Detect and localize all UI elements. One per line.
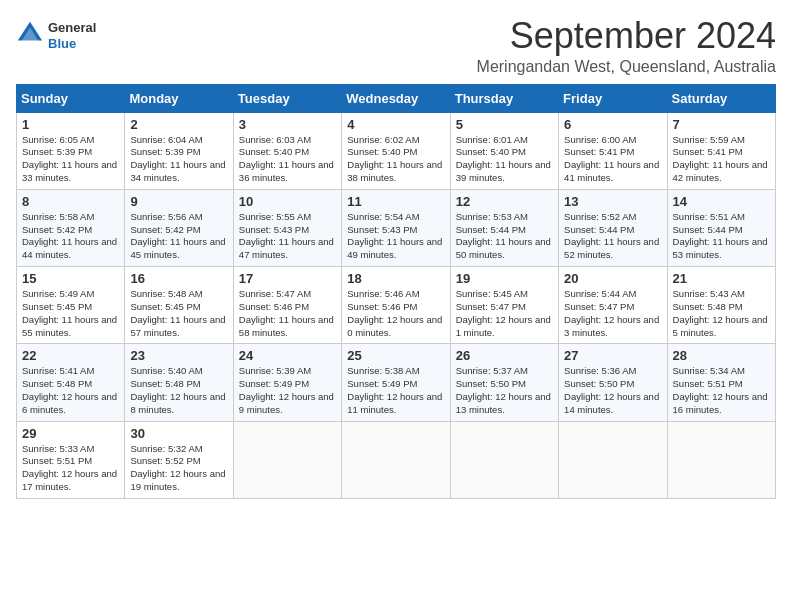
day-number: 6: [564, 117, 661, 132]
day-number: 9: [130, 194, 227, 209]
day-info: Sunrise: 5:36 AMSunset: 5:50 PMDaylight:…: [564, 365, 661, 416]
day-number: 15: [22, 271, 119, 286]
day-number: 7: [673, 117, 770, 132]
header-wednesday: Wednesday: [342, 84, 450, 112]
header-saturday: Saturday: [667, 84, 775, 112]
calendar-cell: 3Sunrise: 6:03 AMSunset: 5:40 PMDaylight…: [233, 112, 341, 189]
day-number: 3: [239, 117, 336, 132]
calendar-cell: 12Sunrise: 5:53 AMSunset: 5:44 PMDayligh…: [450, 189, 558, 266]
day-number: 24: [239, 348, 336, 363]
calendar-cell: 18Sunrise: 5:46 AMSunset: 5:46 PMDayligh…: [342, 267, 450, 344]
calendar-week-2: 8Sunrise: 5:58 AMSunset: 5:42 PMDaylight…: [17, 189, 776, 266]
day-info: Sunrise: 5:58 AMSunset: 5:42 PMDaylight:…: [22, 211, 119, 262]
header-friday: Friday: [559, 84, 667, 112]
day-info: Sunrise: 5:52 AMSunset: 5:44 PMDaylight:…: [564, 211, 661, 262]
day-number: 20: [564, 271, 661, 286]
calendar-cell: [233, 421, 341, 498]
calendar-cell: 21Sunrise: 5:43 AMSunset: 5:48 PMDayligh…: [667, 267, 775, 344]
day-number: 4: [347, 117, 444, 132]
day-number: 19: [456, 271, 553, 286]
logo-text: General Blue: [48, 20, 96, 51]
day-number: 27: [564, 348, 661, 363]
day-info: Sunrise: 5:49 AMSunset: 5:45 PMDaylight:…: [22, 288, 119, 339]
calendar-cell: 25Sunrise: 5:38 AMSunset: 5:49 PMDayligh…: [342, 344, 450, 421]
calendar-cell: 26Sunrise: 5:37 AMSunset: 5:50 PMDayligh…: [450, 344, 558, 421]
calendar-cell: 5Sunrise: 6:01 AMSunset: 5:40 PMDaylight…: [450, 112, 558, 189]
day-number: 1: [22, 117, 119, 132]
calendar-cell: 6Sunrise: 6:00 AMSunset: 5:41 PMDaylight…: [559, 112, 667, 189]
day-number: 29: [22, 426, 119, 441]
calendar-cell: 23Sunrise: 5:40 AMSunset: 5:48 PMDayligh…: [125, 344, 233, 421]
day-info: Sunrise: 5:39 AMSunset: 5:49 PMDaylight:…: [239, 365, 336, 416]
day-info: Sunrise: 5:53 AMSunset: 5:44 PMDaylight:…: [456, 211, 553, 262]
calendar-week-4: 22Sunrise: 5:41 AMSunset: 5:48 PMDayligh…: [17, 344, 776, 421]
calendar-cell: 29Sunrise: 5:33 AMSunset: 5:51 PMDayligh…: [17, 421, 125, 498]
calendar-cell: 30Sunrise: 5:32 AMSunset: 5:52 PMDayligh…: [125, 421, 233, 498]
day-number: 16: [130, 271, 227, 286]
day-info: Sunrise: 5:34 AMSunset: 5:51 PMDaylight:…: [673, 365, 770, 416]
calendar-cell: 24Sunrise: 5:39 AMSunset: 5:49 PMDayligh…: [233, 344, 341, 421]
day-info: Sunrise: 5:55 AMSunset: 5:43 PMDaylight:…: [239, 211, 336, 262]
day-number: 26: [456, 348, 553, 363]
day-number: 21: [673, 271, 770, 286]
day-number: 28: [673, 348, 770, 363]
day-number: 14: [673, 194, 770, 209]
calendar-cell: [450, 421, 558, 498]
location: Meringandan West, Queensland, Australia: [477, 58, 776, 76]
day-number: 8: [22, 194, 119, 209]
day-number: 30: [130, 426, 227, 441]
day-info: Sunrise: 6:03 AMSunset: 5:40 PMDaylight:…: [239, 134, 336, 185]
day-info: Sunrise: 5:38 AMSunset: 5:49 PMDaylight:…: [347, 365, 444, 416]
day-info: Sunrise: 6:05 AMSunset: 5:39 PMDaylight:…: [22, 134, 119, 185]
calendar: SundayMondayTuesdayWednesdayThursdayFrid…: [16, 84, 776, 499]
calendar-cell: 16Sunrise: 5:48 AMSunset: 5:45 PMDayligh…: [125, 267, 233, 344]
calendar-cell: 1Sunrise: 6:05 AMSunset: 5:39 PMDaylight…: [17, 112, 125, 189]
day-number: 13: [564, 194, 661, 209]
day-info: Sunrise: 6:04 AMSunset: 5:39 PMDaylight:…: [130, 134, 227, 185]
calendar-cell: 14Sunrise: 5:51 AMSunset: 5:44 PMDayligh…: [667, 189, 775, 266]
day-info: Sunrise: 5:45 AMSunset: 5:47 PMDaylight:…: [456, 288, 553, 339]
day-number: 5: [456, 117, 553, 132]
header-monday: Monday: [125, 84, 233, 112]
calendar-cell: 20Sunrise: 5:44 AMSunset: 5:47 PMDayligh…: [559, 267, 667, 344]
day-number: 23: [130, 348, 227, 363]
day-info: Sunrise: 5:41 AMSunset: 5:48 PMDaylight:…: [22, 365, 119, 416]
day-info: Sunrise: 5:59 AMSunset: 5:41 PMDaylight:…: [673, 134, 770, 185]
calendar-cell: 4Sunrise: 6:02 AMSunset: 5:40 PMDaylight…: [342, 112, 450, 189]
calendar-cell: 15Sunrise: 5:49 AMSunset: 5:45 PMDayligh…: [17, 267, 125, 344]
logo-blue: Blue: [48, 36, 96, 52]
header: General Blue September 2024 Meringandan …: [16, 16, 776, 76]
day-number: 2: [130, 117, 227, 132]
day-info: Sunrise: 6:00 AMSunset: 5:41 PMDaylight:…: [564, 134, 661, 185]
day-info: Sunrise: 5:54 AMSunset: 5:43 PMDaylight:…: [347, 211, 444, 262]
day-number: 12: [456, 194, 553, 209]
calendar-week-1: 1Sunrise: 6:05 AMSunset: 5:39 PMDaylight…: [17, 112, 776, 189]
calendar-cell: 17Sunrise: 5:47 AMSunset: 5:46 PMDayligh…: [233, 267, 341, 344]
day-info: Sunrise: 5:40 AMSunset: 5:48 PMDaylight:…: [130, 365, 227, 416]
calendar-cell: 22Sunrise: 5:41 AMSunset: 5:48 PMDayligh…: [17, 344, 125, 421]
calendar-cell: 7Sunrise: 5:59 AMSunset: 5:41 PMDaylight…: [667, 112, 775, 189]
day-info: Sunrise: 5:33 AMSunset: 5:51 PMDaylight:…: [22, 443, 119, 494]
day-number: 22: [22, 348, 119, 363]
calendar-cell: 27Sunrise: 5:36 AMSunset: 5:50 PMDayligh…: [559, 344, 667, 421]
calendar-cell: 13Sunrise: 5:52 AMSunset: 5:44 PMDayligh…: [559, 189, 667, 266]
title-area: September 2024 Meringandan West, Queensl…: [477, 16, 776, 76]
calendar-week-5: 29Sunrise: 5:33 AMSunset: 5:51 PMDayligh…: [17, 421, 776, 498]
day-info: Sunrise: 6:02 AMSunset: 5:40 PMDaylight:…: [347, 134, 444, 185]
calendar-header-row: SundayMondayTuesdayWednesdayThursdayFrid…: [17, 84, 776, 112]
logo-general: General: [48, 20, 96, 36]
day-info: Sunrise: 5:48 AMSunset: 5:45 PMDaylight:…: [130, 288, 227, 339]
calendar-cell: 28Sunrise: 5:34 AMSunset: 5:51 PMDayligh…: [667, 344, 775, 421]
day-info: Sunrise: 5:43 AMSunset: 5:48 PMDaylight:…: [673, 288, 770, 339]
day-number: 11: [347, 194, 444, 209]
calendar-cell: [559, 421, 667, 498]
calendar-cell: 8Sunrise: 5:58 AMSunset: 5:42 PMDaylight…: [17, 189, 125, 266]
header-thursday: Thursday: [450, 84, 558, 112]
calendar-cell: 2Sunrise: 6:04 AMSunset: 5:39 PMDaylight…: [125, 112, 233, 189]
calendar-cell: [667, 421, 775, 498]
header-sunday: Sunday: [17, 84, 125, 112]
day-info: Sunrise: 5:37 AMSunset: 5:50 PMDaylight:…: [456, 365, 553, 416]
calendar-cell: [342, 421, 450, 498]
calendar-cell: 11Sunrise: 5:54 AMSunset: 5:43 PMDayligh…: [342, 189, 450, 266]
month-title: September 2024: [477, 16, 776, 56]
